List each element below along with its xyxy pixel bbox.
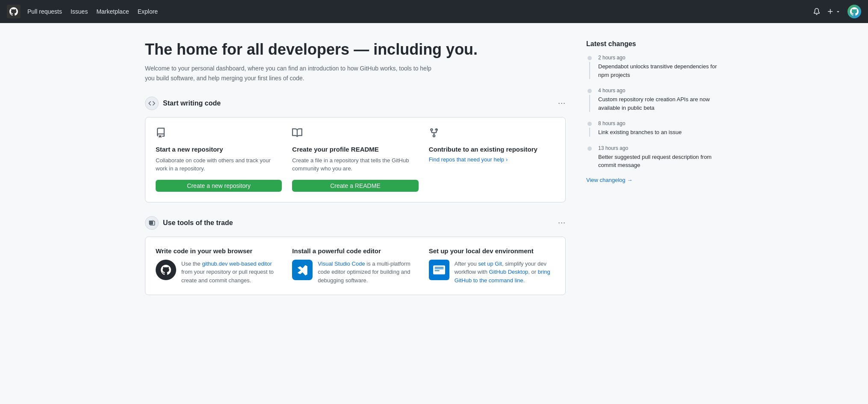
changelog-dot bbox=[588, 56, 592, 60]
navbar-right bbox=[813, 5, 861, 18]
start-writing-section: Start writing code ··· Start a new repos… bbox=[145, 97, 566, 202]
section-title-start: Start writing code bbox=[163, 100, 221, 107]
changelog-dot bbox=[588, 146, 592, 151]
tools-grid: Write code in your web browser Use the g… bbox=[145, 237, 566, 296]
card-contribute: Contribute to an existing repository Fin… bbox=[429, 128, 555, 192]
changelog-time: 4 hours ago bbox=[598, 88, 723, 94]
create-new-repo-button[interactable]: Create a new repository bbox=[156, 180, 282, 192]
changelog-dot-col bbox=[586, 88, 593, 112]
tool-card-vscode: Install a powerful code editor Visual St… bbox=[292, 247, 418, 285]
avatar[interactable] bbox=[847, 5, 861, 18]
tools-icon bbox=[145, 216, 159, 230]
tools-section: Use tools of the trade ··· Write code in… bbox=[145, 216, 566, 296]
github-desktop-link[interactable]: GitHub Desktop bbox=[489, 269, 528, 275]
create-readme-button[interactable]: Create a README bbox=[292, 180, 418, 192]
section-title-group-tools: Use tools of the trade bbox=[145, 216, 233, 230]
changelog-content: 4 hours ago Custom repository role creat… bbox=[598, 88, 723, 112]
tool-card-local: Set up your local dev environment After … bbox=[429, 247, 555, 285]
tool-title-browser: Write code in your web browser bbox=[156, 247, 282, 255]
tool-card-browser: Write code in your web browser Use the g… bbox=[156, 247, 282, 285]
changelog-line bbox=[589, 95, 590, 112]
navbar: Pull requests Issues Marketplace Explore bbox=[0, 0, 868, 23]
tool-inner-browser: Use the github.dev web-based editor from… bbox=[156, 260, 282, 285]
changelog-dot bbox=[588, 89, 592, 93]
setup-git-link[interactable]: set up Git bbox=[478, 261, 502, 267]
github-dev-link[interactable]: github.dev web-based editor bbox=[202, 261, 272, 267]
nav-issues[interactable]: Issues bbox=[71, 8, 88, 15]
sidebar-title: Latest changes bbox=[586, 40, 723, 48]
github-logo[interactable] bbox=[7, 5, 21, 18]
section-title-group-start: Start writing code bbox=[145, 97, 221, 110]
changelog-content: 13 hours ago Better suggested pull reque… bbox=[598, 145, 723, 170]
view-changelog-link[interactable]: View changelog → bbox=[586, 177, 632, 183]
vscode-link[interactable]: Visual Studio Code bbox=[318, 261, 365, 267]
nav-explore[interactable]: Explore bbox=[138, 8, 158, 15]
changelog-text: Custom repository role creation APIs are… bbox=[598, 95, 723, 112]
github-dev-logo bbox=[156, 260, 176, 280]
card-new-repo: Start a new repository Collaborate on co… bbox=[156, 128, 282, 192]
tool-inner-local: After you set up Git, simplify your dev … bbox=[429, 260, 555, 285]
section-header-start: Start writing code ··· bbox=[145, 97, 566, 110]
changelog-dot-col bbox=[586, 55, 593, 79]
section-menu-tools[interactable]: ··· bbox=[558, 218, 566, 227]
changelog-text: Dependabot unlocks transitive dependenci… bbox=[598, 62, 723, 79]
card-title-new-repo: Start a new repository bbox=[156, 146, 282, 153]
new-button[interactable] bbox=[827, 8, 841, 15]
changelog-list: 2 hours ago Dependabot unlocks transitiv… bbox=[586, 55, 723, 170]
changelog-content: 8 hours ago Link existing branches to an… bbox=[598, 120, 723, 137]
changelog-item: 2 hours ago Dependabot unlocks transitiv… bbox=[586, 55, 723, 88]
changelog-time: 8 hours ago bbox=[598, 120, 723, 126]
navbar-links: Pull requests Issues Marketplace Explore bbox=[27, 8, 158, 15]
readme-icon bbox=[292, 128, 418, 141]
tool-inner-vscode: Visual Studio Code is a multi-platform c… bbox=[292, 260, 418, 285]
tool-desc-local: After you set up Git, simplify your dev … bbox=[455, 260, 555, 285]
changelog-time: 13 hours ago bbox=[598, 145, 723, 151]
changelog-line bbox=[589, 62, 590, 79]
hero-subtitle: Welcome to your personal dashboard, wher… bbox=[145, 64, 436, 83]
nav-marketplace[interactable]: Marketplace bbox=[96, 8, 129, 15]
tool-desc-vscode: Visual Studio Code is a multi-platform c… bbox=[318, 260, 418, 285]
changelog-dot-col bbox=[586, 120, 593, 137]
find-repos-link[interactable]: Find repos that need your help › bbox=[429, 156, 555, 163]
changelog-item: 13 hours ago Better suggested pull reque… bbox=[586, 145, 723, 170]
changelog-footer: View changelog → bbox=[586, 176, 723, 183]
tool-title-local: Set up your local dev environment bbox=[429, 247, 555, 255]
nav-pull-requests[interactable]: Pull requests bbox=[27, 8, 62, 15]
repo-icon bbox=[156, 128, 282, 141]
changelog-line bbox=[589, 128, 590, 137]
changelog-dot-col bbox=[586, 145, 593, 170]
vscode-logo bbox=[292, 260, 313, 280]
card-readme: Create your profile README Create a file… bbox=[292, 128, 418, 192]
changelog-content: 2 hours ago Dependabot unlocks transitiv… bbox=[598, 55, 723, 79]
fork-icon bbox=[429, 128, 555, 141]
desktop-logo bbox=[429, 260, 449, 280]
tool-title-vscode: Install a powerful code editor bbox=[292, 247, 418, 255]
notifications-button[interactable] bbox=[813, 8, 820, 15]
changelog-item: 4 hours ago Custom repository role creat… bbox=[586, 88, 723, 120]
card-desc-readme: Create a file in a repository that tells… bbox=[292, 156, 418, 173]
card-title-readme: Create your profile README bbox=[292, 146, 418, 153]
section-header-tools: Use tools of the trade ··· bbox=[145, 216, 566, 230]
section-title-tools: Use tools of the trade bbox=[163, 219, 233, 227]
changelog-time: 2 hours ago bbox=[598, 55, 723, 61]
sidebar: Latest changes 2 hours ago Dependabot un… bbox=[586, 40, 723, 309]
changelog-text: Link existing branches to an issue bbox=[598, 128, 723, 137]
hero-title: The home for all developers — including … bbox=[145, 40, 566, 59]
changelog-text: Better suggested pull request descriptio… bbox=[598, 153, 723, 170]
card-title-contribute: Contribute to an existing repository bbox=[429, 146, 555, 153]
code-icon bbox=[145, 97, 159, 110]
main-content: The home for all developers — including … bbox=[145, 40, 566, 309]
changelog-dot bbox=[588, 122, 592, 126]
card-desc-new-repo: Collaborate on code with others and trac… bbox=[156, 156, 282, 173]
page-layout: The home for all developers — including … bbox=[135, 23, 733, 326]
start-writing-cards: Start a new repository Collaborate on co… bbox=[145, 117, 566, 202]
changelog-item: 8 hours ago Link existing branches to an… bbox=[586, 120, 723, 145]
section-menu-start[interactable]: ··· bbox=[558, 99, 566, 108]
tool-desc-browser: Use the github.dev web-based editor from… bbox=[181, 260, 282, 285]
